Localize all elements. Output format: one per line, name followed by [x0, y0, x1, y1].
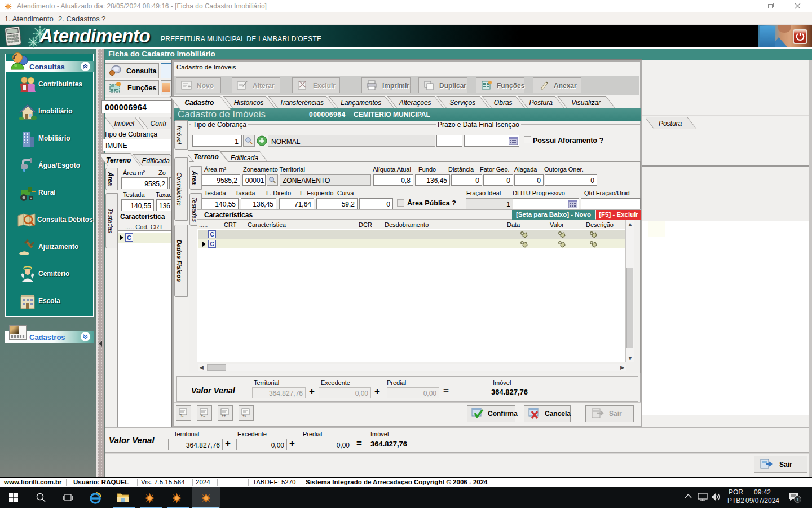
svg-text:±²: ±²: [242, 414, 246, 418]
svg-text:±±: ±±: [222, 414, 226, 418]
svg-text:+=: +=: [201, 414, 205, 418]
svg-text:5-: 5-: [180, 414, 184, 418]
